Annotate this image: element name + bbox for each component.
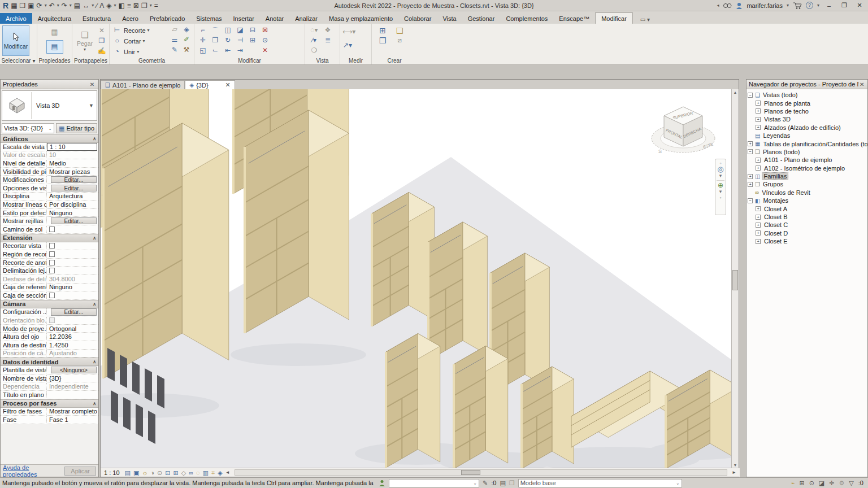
switch-windows-icon[interactable]: ❐ [141,1,147,11]
cope-button[interactable]: ⊢Recorte▾ [112,25,150,35]
scroll-right-icon[interactable]: ► [732,470,736,475]
customize-qat-icon[interactable]: = [154,1,158,11]
split-element-icon[interactable]: ⊟ [248,26,258,35]
tab-modificar[interactable]: Modificar [595,12,633,24]
create-similar-icon[interactable]: ⧄ [394,36,405,45]
steering-wheel-icon[interactable]: ◎ [717,167,723,172]
edit-button[interactable]: Editar... [51,308,97,316]
panel-label-seleccionar[interactable]: Seleccionar ▾ [0,58,37,64]
reveal-hidden-icon[interactable]: ◌ [196,469,200,477]
tree-item-closet-c[interactable]: Closet C [748,221,867,229]
design-options-icon[interactable]: ▤ [500,480,505,487]
create-parts-icon[interactable]: ❒ [377,36,388,45]
render-icon[interactable]: ⊙ [157,469,162,477]
show-crop-region-icon[interactable]: ⊞ [173,469,179,477]
workset-combo[interactable]: ⌄ [389,479,479,487]
move-icon[interactable]: ✛ [198,36,208,45]
cut-icon[interactable]: ✕ [97,27,107,36]
aligned-dimension-icon[interactable]: ∕ [96,1,97,11]
modify-tool-button[interactable]: Modificar [2,25,29,56]
join-geometry-button[interactable]: ◔Unir▾ [112,47,150,56]
type-selector[interactable]: Vista 3D ▼ [2,90,97,121]
tree-item-leyendas[interactable]: ▤Leyendas [748,132,867,140]
tab-acero[interactable]: Acero [116,13,144,24]
undo-icon[interactable]: ↶ [49,1,55,11]
view3d-caret-icon[interactable]: ▾ [114,3,116,8]
apply-coping-icon[interactable]: ◈ [181,25,192,34]
tree-item-familias[interactable]: ◫Familias [748,172,867,180]
view-scale-button[interactable]: 1 : 10 [104,469,120,476]
default-3d-view-icon[interactable]: ◈ [106,1,111,11]
wheel-caret-icon[interactable]: ▾ [719,173,722,178]
tree-item-vistas[interactable]: ❏Vistas (todo) [748,91,867,99]
tree-item-planos-techo[interactable]: Planos de techo [748,107,867,115]
switch-caret-icon[interactable]: ▾ [150,3,152,8]
help-caret-icon[interactable]: ▾ [817,3,819,8]
redo-icon[interactable]: ↷ [62,1,67,11]
store-cart-icon[interactable] [793,2,802,9]
tab-vista[interactable]: Vista [437,13,462,24]
array-icon[interactable]: ⊞ [248,36,258,45]
copy-icon[interactable]: ❐ [210,36,220,45]
vertical-scroll-thumb[interactable] [732,270,738,290]
minimize-button[interactable]: – [823,2,835,9]
view-tab-a101[interactable]: ❑ A101 - Plano de ejemplo [101,80,185,89]
tree-item-a101[interactable]: A101 - Plano de ejemplo [748,156,867,164]
sync-caret-icon[interactable]: ▾ [45,3,47,8]
ribbon-display-toggle[interactable]: ▭ ▾ [637,15,653,24]
project-browser-close-icon[interactable]: ✕ [858,81,865,88]
demolish-icon[interactable]: ⚒ [181,46,192,55]
worksets-icon[interactable] [379,480,385,487]
close-inactive-windows-icon[interactable]: ⊠ [133,1,139,11]
collapse-icon[interactable]: ◂ [717,3,719,8]
trim-corner-icon[interactable]: ⌙ [210,46,220,55]
zoom-caret-icon[interactable]: ▾ [719,189,722,194]
tree-item-closet-b[interactable]: Closet B [748,213,867,221]
wall-join-icon[interactable]: ⚌ [170,36,180,45]
tree-item-grupos[interactable]: ❒Grupos [748,180,867,188]
tree-item-a102[interactable]: A102 - Isométrico de ejemplo [748,164,867,172]
redo-caret-icon[interactable]: ▾ [70,3,72,8]
create-assembly-icon[interactable]: ⊞ [377,26,388,35]
tree-item-closet-d[interactable]: Closet D [748,229,867,237]
properties-help-link[interactable]: Ayuda de propiedades [3,464,57,478]
constraints-icon[interactable]: ◈ [218,469,222,477]
zoom-tool-icon[interactable]: ⊕ [718,182,723,188]
temporary-view-properties-icon[interactable]: ▥ [203,469,209,477]
beam-join-icon[interactable]: ▱ [170,25,180,34]
mirror-axis-icon[interactable]: ◫ [223,26,233,35]
select-underlay-icon[interactable]: ⊞ [799,480,804,487]
tab-anotar[interactable]: Anotar [260,13,289,24]
view-template-button[interactable]: <Ninguno> [51,367,97,374]
apply-button[interactable]: Aplicar [64,467,96,476]
tree-item-montajes[interactable]: ◧Montajes [748,197,867,204]
section-extension[interactable]: Extensión∧ [1,234,98,242]
help-icon[interactable]: ? [806,2,813,9]
linework-icon[interactable]: ≣ [323,36,333,45]
copy-to-clipboard-icon[interactable]: ❐ [97,37,107,46]
isolate-icon[interactable]: ❖ [323,26,333,35]
reveal-icon[interactable]: ❍ [309,46,319,55]
tab-masa-y-emplazamiento[interactable]: Masa y emplazamiento [323,13,398,24]
section-camara[interactable]: Cámara∧ [1,300,98,308]
measure-along-icon[interactable]: ↗▾ [342,41,353,50]
delete-icon[interactable]: ✕ [260,46,270,55]
properties-toggle-icon[interactable]: ▤ [46,40,63,54]
override-graphics-icon[interactable]: ∕▾ [309,36,319,45]
edit-button[interactable]: Editar... [51,217,97,225]
scroll-up-icon[interactable]: ▲ [734,89,737,96]
match-type-icon[interactable]: ✍ [97,47,107,56]
save-icon[interactable]: ▣ [28,1,34,11]
annotation-crop-checkbox[interactable] [49,260,55,265]
thin-lines-icon[interactable]: ≡ [127,1,131,11]
vertical-scrollbar[interactable]: ▲ ▼ [731,89,739,469]
temporary-hide-isolate-icon[interactable]: ∞ [189,469,193,477]
tree-item-closet-e[interactable]: Closet E [748,237,867,245]
align-left-icon[interactable]: ⇤ [223,46,233,55]
viewcube[interactable]: SUPERIOR FRONTAL DERECHA S ESTE [649,102,717,159]
scroll-left-icon[interactable]: ◄ [225,470,230,475]
pin-icon[interactable]: ⊙ [260,36,270,45]
far-clip-checkbox[interactable] [49,268,55,273]
sync-icon[interactable]: ⟳ [37,1,42,11]
user-avatar-icon[interactable] [736,2,743,9]
